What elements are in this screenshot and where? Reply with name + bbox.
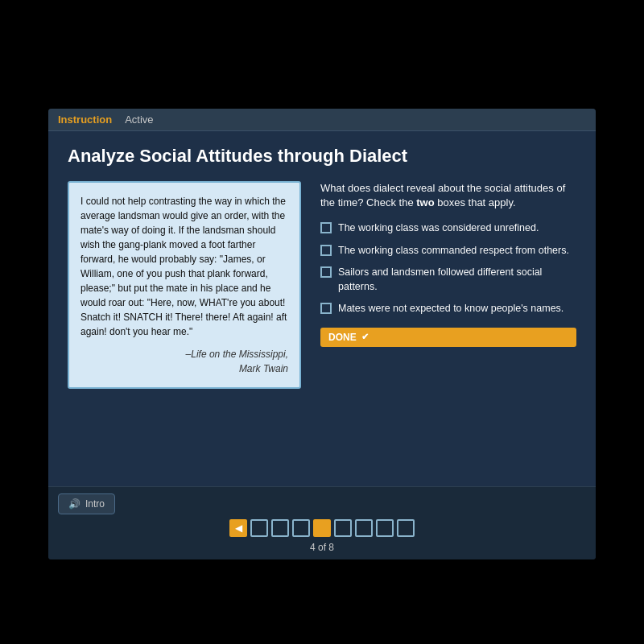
- nav-square-6[interactable]: [355, 519, 373, 537]
- done-label: DONE: [328, 332, 357, 343]
- checkbox-2[interactable]: [320, 245, 332, 256]
- checkbox-1[interactable]: [320, 222, 332, 233]
- choice-item-3[interactable]: Sailors and landsmen followed different …: [320, 266, 576, 294]
- checkbox-4[interactable]: [320, 303, 332, 314]
- speaker-icon: 🔊: [68, 498, 80, 510]
- nav-square-5[interactable]: [334, 519, 352, 537]
- choice-label-3: Sailors and landsmen followed different …: [338, 266, 576, 294]
- right-column: What does dialect reveal about the socia…: [320, 181, 576, 472]
- intro-label: Intro: [85, 498, 105, 510]
- top-bar: Instruction Active: [48, 109, 596, 131]
- nav-square-7[interactable]: [376, 519, 394, 537]
- passage-box: I could not help contrasting the way in …: [68, 181, 301, 389]
- choice-item-4[interactable]: Mates were not expected to know people's…: [320, 302, 576, 316]
- nav-square-8[interactable]: [397, 519, 415, 537]
- choices-list: The working class was considered unrefin…: [320, 221, 576, 316]
- navigation-row: ◀: [229, 519, 415, 537]
- choice-label-4: Mates were not expected to know people's…: [338, 302, 564, 316]
- done-button[interactable]: DONE ✔: [320, 328, 576, 347]
- page-indicator: 4 of 8: [310, 542, 334, 553]
- choice-label-1: The working class was considered unrefin…: [338, 221, 539, 236]
- passage-text: I could not help contrasting the way in …: [80, 196, 287, 337]
- question-text: What does dialect reveal about the socia…: [320, 181, 576, 210]
- choice-item-2[interactable]: The working class commanded respect from…: [320, 244, 576, 258]
- passage-attribution: –Life on the Mississippi, Mark Twain: [80, 347, 288, 376]
- bottom-bar: 🔊 Intro ◀ 4 of 8: [48, 486, 596, 559]
- nav-square-1[interactable]: [250, 519, 268, 537]
- nav-square-2[interactable]: [271, 519, 289, 537]
- columns: I could not help contrasting the way in …: [68, 181, 576, 472]
- active-label: Active: [125, 114, 153, 126]
- left-column: I could not help contrasting the way in …: [68, 181, 301, 472]
- page-title: Analyze Social Attitudes through Dialect: [68, 146, 576, 167]
- choice-item-1[interactable]: The working class was considered unrefin…: [320, 221, 576, 236]
- intro-button[interactable]: 🔊 Intro: [58, 493, 115, 514]
- done-checkmark-icon: ✔: [361, 332, 369, 342]
- prev-button[interactable]: ◀: [229, 519, 247, 537]
- content-area: Analyze Social Attitudes through Dialect…: [48, 131, 596, 486]
- choice-label-2: The working class commanded respect from…: [338, 244, 569, 258]
- nav-square-4[interactable]: [313, 519, 331, 537]
- instruction-label: Instruction: [58, 114, 112, 126]
- nav-square-3[interactable]: [292, 519, 310, 537]
- main-screen: Instruction Active Analyze Social Attitu…: [48, 109, 596, 559]
- checkbox-3[interactable]: [320, 266, 332, 278]
